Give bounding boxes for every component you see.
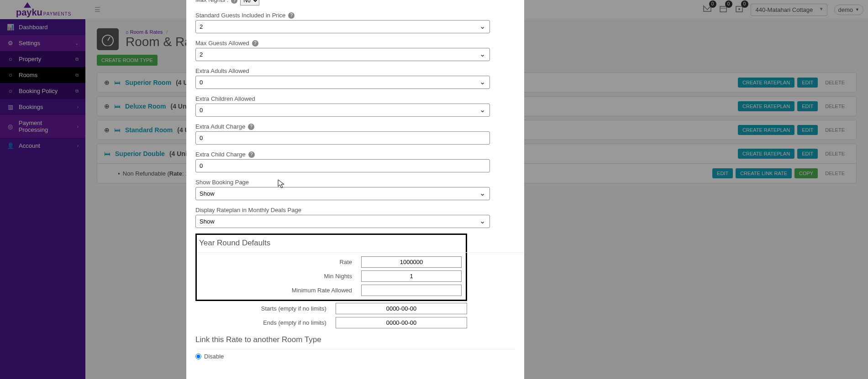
extra-adults-label: Extra Adults Allowed: [195, 67, 249, 74]
extra-adult-charge-input[interactable]: [195, 131, 490, 145]
min-nights-input[interactable]: [361, 270, 462, 282]
min-nights-label: Min Nights: [197, 273, 361, 280]
help-icon[interactable]: ?: [231, 0, 237, 4]
show-booking-select[interactable]: Show: [195, 187, 490, 200]
rateplan-modal: Max Nights : ? No Standard Guests Includ…: [186, 0, 524, 379]
min-rate-input[interactable]: [361, 285, 462, 296]
max-nights-label: Max Nights :: [195, 0, 228, 3]
display-monthly-label: Display Rateplan in Monthly Deals Page: [195, 207, 301, 213]
max-guests-select[interactable]: 2: [195, 48, 490, 61]
disable-label: Disable: [204, 353, 224, 360]
display-monthly-select[interactable]: Show: [195, 215, 490, 228]
disable-radio-row[interactable]: Disable: [195, 353, 515, 360]
disable-radio[interactable]: [195, 353, 201, 359]
ends-label: Ends (empty if no limits): [195, 319, 336, 326]
extra-children-select[interactable]: 0: [195, 104, 490, 117]
std-guests-select[interactable]: 2: [195, 20, 490, 33]
link-rate-title: Link this Rate to another Room Type: [195, 335, 515, 344]
starts-label: Starts (empty if no limits): [195, 305, 336, 312]
show-booking-label: Show Booking Page: [195, 179, 249, 186]
rate-input[interactable]: [361, 256, 462, 268]
max-nights-select[interactable]: No: [240, 0, 259, 5]
std-guests-label: Standard Guests Included in Price?: [195, 12, 295, 19]
ends-input[interactable]: [336, 317, 467, 328]
max-guests-label: Max Guests Allowed?: [195, 40, 258, 47]
extra-child-charge-input[interactable]: [195, 159, 490, 172]
extra-child-charge-label: Extra Child Charge?: [195, 151, 255, 158]
rate-label: Rate: [197, 259, 361, 265]
year-defaults-title: Year Round Defaults: [197, 239, 466, 248]
help-icon[interactable]: ?: [288, 12, 295, 19]
year-defaults-highlight: Year Round Defaults Rate Min Nights Mini…: [195, 234, 467, 301]
starts-input[interactable]: [336, 303, 467, 314]
extra-children-label: Extra Children Allowed: [195, 95, 255, 102]
help-icon[interactable]: ?: [248, 151, 255, 158]
help-icon[interactable]: ?: [248, 124, 254, 130]
extra-adult-charge-label: Extra Adult Charge?: [195, 123, 254, 130]
extra-adults-select[interactable]: 0: [195, 76, 490, 89]
help-icon[interactable]: ?: [252, 40, 258, 47]
min-rate-label: Minimum Rate Allowed: [197, 287, 361, 294]
